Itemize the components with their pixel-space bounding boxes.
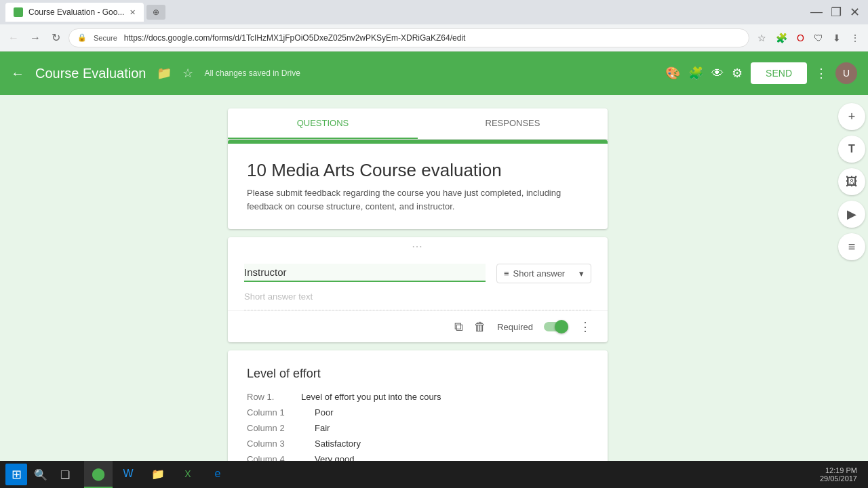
column-value-1: Poor xyxy=(315,407,333,418)
maximize-button[interactable]: ❐ xyxy=(828,5,844,20)
add-section-button[interactable]: ≡ xyxy=(838,233,865,260)
question-title-input[interactable] xyxy=(244,264,486,282)
form-title-section: 10 Media Arts Course evaluation Please s… xyxy=(228,140,608,229)
saved-status: All changes saved in Drive xyxy=(204,68,300,78)
column-row-2: Column 2Fair xyxy=(247,423,589,433)
form-description: Please submit feedback regarding the cou… xyxy=(247,186,589,213)
type-icon: ≡ xyxy=(504,268,509,279)
level-section-title: Level of effort xyxy=(247,367,589,381)
palette-icon[interactable]: 🎨 xyxy=(665,66,680,81)
form-title-card: QUESTIONS RESPONSES 10 Media Arts Course… xyxy=(228,108,608,229)
address-bar[interactable]: 🔒 Secure https://docs.google.com/forms/d… xyxy=(68,28,749,47)
task-view-icon: ❑ xyxy=(60,468,70,481)
minimize-button[interactable]: — xyxy=(808,5,825,20)
browser-frame: Course Evaluation - Goo... ✕ ⊕ — ❐ ✕ ← →… xyxy=(0,0,868,488)
taskbar-apps: ⬤ W 📁 X e xyxy=(84,461,232,488)
search-taskbar-button[interactable]: 🔍 xyxy=(30,464,52,485)
bookmark-icon[interactable]: ☆ xyxy=(755,31,769,45)
add-icon: + xyxy=(848,110,856,124)
taskbar: ⊞ 🔍 ❑ ⬤ W 📁 X xyxy=(0,461,868,488)
taskbar-edge[interactable]: e xyxy=(203,461,232,488)
form-title: 10 Media Arts Course evaluation xyxy=(247,160,589,181)
folder-icon[interactable]: 📁 xyxy=(157,66,172,81)
section-icon: ≡ xyxy=(848,240,856,254)
new-tab-button[interactable]: ⊕ xyxy=(146,5,165,20)
taskbar-chrome[interactable]: ⬤ xyxy=(84,461,113,488)
form-tabs: QUESTIONS RESPONSES xyxy=(228,108,608,140)
required-toggle[interactable] xyxy=(544,320,568,333)
question-input-wrapper xyxy=(244,264,486,282)
column-value-2: Fair xyxy=(315,423,330,433)
explorer-icon: 📁 xyxy=(151,468,165,481)
add-title-button[interactable]: T xyxy=(838,136,865,163)
addon-icon[interactable]: 🧩 xyxy=(688,66,703,81)
more-icon[interactable]: ⋮ xyxy=(815,66,827,81)
main-content: QUESTIONS RESPONSES 10 Media Arts Course… xyxy=(0,95,868,461)
tab-questions[interactable]: QUESTIONS xyxy=(228,108,418,139)
type-label: Short answer xyxy=(513,268,566,279)
instructor-question-card: ⋯ ≡ Short answer ▾ Short a xyxy=(228,237,608,342)
tab-close-button[interactable]: ✕ xyxy=(130,8,136,17)
forward-button[interactable]: → xyxy=(27,29,43,47)
add-image-button[interactable]: 🖼 xyxy=(838,168,865,195)
row1-value: Level of effort you put into the cours xyxy=(301,392,441,402)
column-row-1: Column 1Poor xyxy=(247,407,589,418)
close-button[interactable]: ✕ xyxy=(847,5,863,20)
browser-toolbar: ← → ↻ 🔒 Secure https://docs.google.com/f… xyxy=(0,24,868,52)
taskbar-explorer[interactable]: 📁 xyxy=(144,461,172,488)
url-text: https://docs.google.com/forms/d/1TcIHzMX… xyxy=(124,33,466,43)
back-button[interactable]: ← xyxy=(11,66,24,81)
star-icon[interactable]: ☆ xyxy=(182,66,193,81)
edge-icon: e xyxy=(215,468,221,480)
new-tab-icon: ⊕ xyxy=(153,7,159,17)
columns-container: Column 1PoorColumn 2FairColumn 3Satisfac… xyxy=(247,407,589,461)
column-label-4: Column 4 xyxy=(247,454,315,461)
browser-tab[interactable]: Course Evaluation - Goo... ✕ xyxy=(5,3,144,22)
row1-label: Row 1. xyxy=(247,392,301,402)
copy-icon[interactable]: ⧉ xyxy=(454,320,463,334)
taskbar-excel[interactable]: X xyxy=(174,461,202,488)
short-answer-placeholder: Short answer text xyxy=(244,283,591,310)
question-body: ≡ Short answer ▾ Short answer text xyxy=(228,256,608,310)
required-label: Required xyxy=(497,322,533,332)
delete-icon[interactable]: 🗑 xyxy=(474,320,486,334)
more-options-icon[interactable]: ⋮ xyxy=(579,319,591,334)
level-row-1: Row 1. Level of effort you put into the … xyxy=(247,392,589,402)
add-question-button[interactable]: + xyxy=(838,103,865,130)
toggle-knob xyxy=(555,320,568,333)
column-label-2: Column 2 xyxy=(247,423,315,433)
menu-icon[interactable]: ⋮ xyxy=(848,31,863,45)
task-view-button[interactable]: ❑ xyxy=(54,464,76,485)
column-row-3: Column 3Satisfactory xyxy=(247,439,589,449)
excel-icon: X xyxy=(184,468,191,479)
refresh-button[interactable]: ↻ xyxy=(49,28,63,47)
windows-icon: ⊞ xyxy=(12,467,22,482)
question-type-selector[interactable]: ≡ Short answer ▾ xyxy=(496,264,591,283)
drag-handle[interactable]: ⋯ xyxy=(228,237,608,256)
taskbar-word[interactable]: W xyxy=(114,461,142,488)
browser-titlebar: Course Evaluation - Goo... ✕ ⊕ — ❐ ✕ xyxy=(0,0,868,24)
secure-label: Secure xyxy=(91,31,120,45)
download-icon[interactable]: ⬇ xyxy=(830,31,844,45)
extensions-icon[interactable]: 🧩 xyxy=(773,31,790,45)
preview-icon[interactable]: 👁 xyxy=(711,66,724,81)
opera-icon[interactable]: O xyxy=(794,31,807,45)
send-button[interactable]: SEND xyxy=(751,62,807,84)
question-row: ≡ Short answer ▾ xyxy=(244,264,591,283)
tab-title: Course Evaluation - Goo... xyxy=(28,7,124,17)
shield-icon[interactable]: 🛡 xyxy=(811,31,826,45)
column-value-3: Satisfactory xyxy=(315,439,361,449)
tab-responses[interactable]: RESPONSES xyxy=(418,108,608,139)
text-icon: T xyxy=(848,143,855,155)
dropdown-chevron-icon: ▾ xyxy=(579,268,584,279)
settings-icon[interactable]: ⚙ xyxy=(732,66,743,81)
start-button[interactable]: ⊞ xyxy=(5,464,27,485)
right-sidebar: + T 🖼 ▶ ≡ xyxy=(835,95,868,461)
avatar[interactable]: U xyxy=(835,62,857,84)
level-of-effort-card: Level of effort Row 1. Level of effort y… xyxy=(228,350,608,461)
window-controls: — ❐ ✕ xyxy=(808,5,863,20)
tab-favicon xyxy=(14,7,23,17)
add-video-button[interactable]: ▶ xyxy=(838,201,865,228)
video-icon: ▶ xyxy=(847,207,856,222)
back-button[interactable]: ← xyxy=(5,29,22,47)
